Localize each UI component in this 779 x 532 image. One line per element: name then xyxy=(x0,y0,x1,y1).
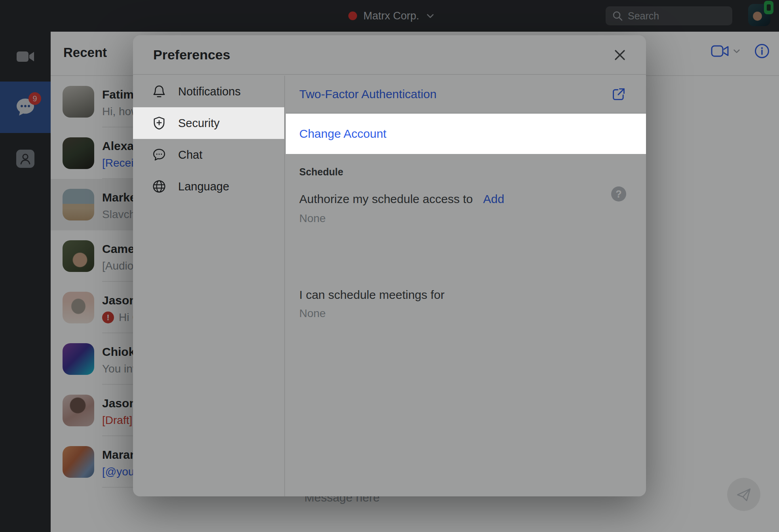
tutorial-dim-overlay xyxy=(0,0,779,532)
nav-item-security[interactable]: Security xyxy=(133,107,284,139)
shield-plus-icon xyxy=(152,116,166,130)
app-window: Matrx Corp. 9 xyxy=(0,0,779,532)
change-account-link[interactable]: Change Account xyxy=(299,127,386,141)
change-account-row-highlighted: Change Account xyxy=(286,114,646,154)
nav-label: Security xyxy=(178,117,220,130)
